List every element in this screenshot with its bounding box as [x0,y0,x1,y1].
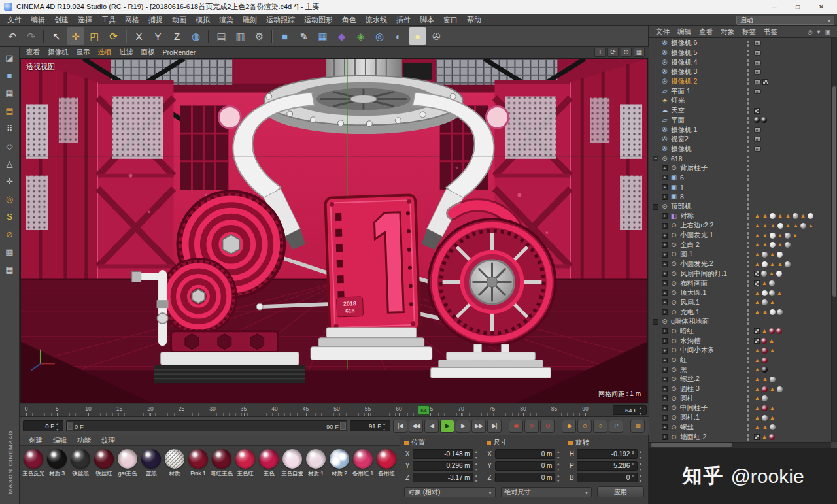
object-name[interactable]: 中间柱子 [680,403,742,412]
object-tag[interactable] [769,251,776,258]
deformer-icon[interactable]: ◆ [333,27,350,45]
visibility-dots[interactable] [744,173,752,183]
expand-toggle[interactable] [662,165,668,171]
object-name[interactable]: 1 [680,184,742,192]
frame-spinner[interactable] [640,407,644,414]
menu-item[interactable]: 雕刻 [238,15,262,25]
maximize-button[interactable]: □ [786,0,810,14]
coordinate-spinner[interactable] [557,474,562,482]
object-row[interactable]: 螺丝.2 [649,375,831,384]
object-manager-menu-item[interactable]: 对象 [717,27,738,37]
size-mode-dropdown[interactable]: 绝对尺寸 [501,487,592,497]
mograph-icon[interactable]: ▦ [314,27,332,45]
live-selection-icon[interactable]: ↖ [48,27,65,45]
visibility-dots[interactable] [744,327,752,337]
object-row[interactable]: 1 [649,182,831,192]
object-name[interactable]: 小圆发光 1 [680,231,742,240]
menu-item[interactable]: 捕捉 [144,15,167,25]
object-tag[interactable] [754,338,760,344]
object-tag[interactable] [785,222,791,229]
visibility-dots[interactable] [744,278,752,288]
object-name[interactable]: 圆柱 3 [680,384,742,394]
object-name[interactable]: 摄像机 5 [671,48,742,58]
coordinate-field[interactable]: Y 0.296 m [404,461,480,471]
visibility-dots[interactable] [744,192,752,202]
expand-toggle[interactable] [662,242,668,248]
object-manager-menu-item[interactable]: 查看 [695,27,717,37]
object-name[interactable]: 暗红 [680,327,742,336]
menu-item[interactable]: 工具 [97,15,120,25]
points-mode-icon[interactable]: ⠿ [2,120,18,136]
object-row[interactable]: 全白 2 [649,240,831,250]
object-tag[interactable] [769,261,776,267]
visibility-dots[interactable] [744,384,752,394]
object-tag[interactable] [754,299,760,306]
expand-toggle[interactable] [662,405,668,411]
object-tag[interactable] [769,405,776,411]
make-editable-icon[interactable]: ◪ [2,50,18,65]
menu-item[interactable]: 选择 [73,15,97,25]
material-swatch[interactable]: 铁丝黑 [69,449,92,478]
object-row[interactable]: 6 [649,173,831,183]
object-row[interactable]: 小圆发光 1 [649,231,831,241]
object-tag[interactable] [754,414,760,421]
object-tag[interactable] [770,424,776,430]
object-row[interactable]: q墙体和地面 [649,317,831,327]
expand-toggle[interactable] [662,252,668,258]
object-name[interactable]: 全白 2 [680,241,742,250]
expand-toggle[interactable] [662,175,668,180]
expand-toggle[interactable] [662,338,668,344]
key-scale-button[interactable]: ◇ [577,420,592,433]
object-row[interactable]: 顶大圆.1 [649,288,831,298]
object-tag[interactable] [761,280,768,287]
snap-icon[interactable]: S [2,209,18,224]
render-view-icon[interactable]: ▤ [213,27,230,45]
object-tag[interactable] [762,405,768,411]
object-name[interactable]: 摄像机 4 [671,58,742,67]
scale-icon[interactable]: ◰ [86,27,103,45]
tweak-mode-icon[interactable]: ✛ [2,173,18,189]
key-position-button[interactable]: ◆ [562,420,576,433]
texture-mode-icon[interactable]: ▦ [2,85,18,101]
expand-toggle[interactable] [653,319,658,325]
object-name[interactable]: 摄像机 [671,144,742,154]
visibility-dots[interactable] [744,135,752,144]
object-tag[interactable] [769,414,776,421]
coordinate-field[interactable]: H -0.192 ° [568,449,644,459]
object-tag[interactable] [762,358,768,363]
pan-icon[interactable]: ✛ [594,48,606,57]
object-name[interactable]: 布料画面 [680,279,742,288]
object-tag[interactable] [761,338,767,344]
vertical-scrollbar[interactable] [831,38,837,442]
object-tag[interactable] [777,223,783,229]
object-tag[interactable] [761,271,767,277]
menu-item[interactable]: 动画 [167,15,191,25]
object-tag[interactable] [777,309,783,315]
material-manager-tab[interactable]: 功能 [72,436,96,445]
material-swatch[interactable]: 铁丝红 [92,449,116,478]
object-name[interactable]: 灯光 [671,96,742,105]
autokey-button[interactable]: ◎ [524,420,539,433]
object-tag[interactable] [754,146,761,152]
range-start-spinner[interactable] [56,422,61,430]
coordinate-field[interactable]: Z -3.17 m [404,473,480,482]
object-tag[interactable] [777,261,783,267]
visibility-dots[interactable] [744,365,752,375]
visibility-dots[interactable] [744,375,752,384]
timeline-scrubber[interactable]: 64 [418,405,430,415]
prev-frame-button[interactable]: ◀ [424,420,439,433]
object-tag[interactable] [785,213,791,220]
coordinate-spinner[interactable] [640,474,644,482]
object-tag[interactable] [761,434,768,441]
object-tag[interactable] [777,242,783,248]
object-row[interactable]: 摄像机 2 [649,77,831,87]
viewport-menu-item[interactable]: 选项 [94,48,116,57]
object-tag[interactable] [754,137,761,142]
workplane-lock-icon[interactable]: ⊘ [2,226,18,242]
grid-icon[interactable]: ▦ [2,261,18,277]
spline-pen-icon[interactable]: ✎ [295,27,313,45]
object-tag[interactable] [754,117,760,123]
viewport-menu-item[interactable]: 显示 [73,48,94,57]
undo-icon[interactable]: ↶ [3,27,21,45]
object-tag[interactable] [762,79,768,85]
